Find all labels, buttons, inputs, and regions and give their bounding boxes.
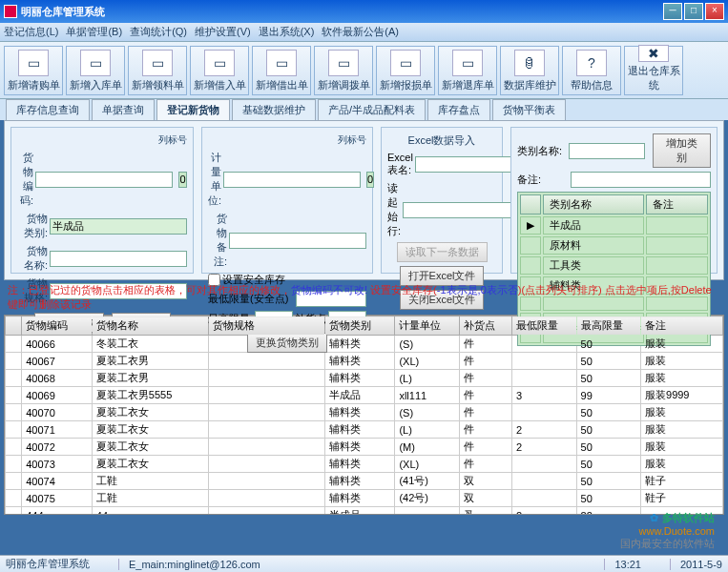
tab-3[interactable]: 基础数据维护 — [232, 99, 316, 120]
grid-th[interactable]: 货物类别 — [324, 317, 395, 336]
grid-th[interactable]: 补货点 — [459, 317, 511, 336]
grid-th[interactable]: 计量单位 — [395, 317, 459, 336]
watermark: ✿ 多特软件站 www.Duote.com 国内最安全的软件站 — [620, 510, 715, 551]
grid-th[interactable]: 货物名称 — [92, 317, 209, 336]
tab-6[interactable]: 货物平衡表 — [492, 99, 566, 120]
code-colnum: 0 — [178, 172, 187, 188]
toolbar-icon: ▭ — [204, 50, 235, 76]
toolbar-btn-1[interactable]: ▭新增入库单 — [66, 46, 125, 95]
toolbar-icon: ▭ — [80, 50, 111, 76]
menu-announce[interactable]: 软件最新公告(A) — [322, 25, 399, 39]
toolbar-btn-8[interactable]: 🛢数据库维护 — [500, 46, 559, 95]
toolbar-btn-5[interactable]: ▭新增调拨单 — [314, 46, 373, 95]
table-row[interactable]: 40075工鞋辅料类(42号)双50鞋子 — [6, 490, 723, 507]
status-app: 明丽仓库管理系统 — [6, 557, 90, 571]
toolbar-btn-2[interactable]: ▭新增领料单 — [128, 46, 187, 95]
toolbar-icon: ▭ — [142, 50, 173, 76]
status-email: E_main:minglinet@126.com — [118, 559, 575, 570]
col-label: 列标号 — [158, 133, 187, 147]
code-label: 货物编码: — [17, 151, 33, 208]
unit-input[interactable] — [223, 172, 361, 188]
tab-1[interactable]: 单据查询 — [92, 99, 155, 120]
category-group: 类别名称: 增加类别 备注: 类别名称备注 ▶半成品原材料工具类辅料类 — [510, 127, 718, 274]
table-row[interactable]: 40074工鞋辅料类(41号)双50鞋子 — [6, 473, 723, 490]
excel-title: Excel数据导入 — [387, 133, 496, 148]
menu-query[interactable]: 查询统计(Q) — [130, 25, 187, 39]
read-next-button[interactable]: 读取下一条数据 — [397, 242, 488, 262]
toolbar: ▭新增请购单▭新增入库单▭新增领料单▭新增借入单▭新增借出单▭新增调拨单▭新增报… — [0, 42, 728, 99]
tab-0[interactable]: 库存信息查询 — [6, 99, 90, 120]
tab-4[interactable]: 产品/半成品配料表 — [318, 99, 426, 120]
app-icon — [4, 5, 17, 18]
toolbar-btn-0[interactable]: ▭新增请购单 — [4, 46, 63, 95]
toolbar-icon: ▭ — [452, 50, 483, 76]
menu-bills[interactable]: 单据管理(B) — [66, 25, 122, 39]
limits-group: 列标号 计量单位: 0 货物备注: 设置安全库存 最低限量(安全点) 最高限量 … — [201, 127, 373, 274]
table-row[interactable]: 40071夏装工衣女辅料类(L)件250服装 — [6, 421, 723, 439]
cat-th-remark[interactable]: 备注 — [646, 194, 709, 214]
cat-row[interactable]: 原材料 — [520, 236, 708, 255]
category-label: 货物类别: — [17, 212, 48, 240]
remark-label: 货物备注: — [208, 212, 227, 269]
catremark-label: 备注: — [517, 173, 569, 187]
status-date: 2011-5-9 — [670, 559, 722, 570]
change-category-button[interactable]: 更换货物类别 — [247, 333, 327, 353]
cat-th-name[interactable]: 类别名称 — [543, 194, 644, 214]
name-label: 货物名称: — [17, 244, 48, 273]
catremark-input[interactable] — [571, 172, 711, 188]
name-input[interactable] — [50, 251, 187, 267]
table-row[interactable]: 44444半成品叉222 — [6, 507, 723, 516]
toolbar-btn-10[interactable]: ✖退出仓库系统 — [624, 46, 683, 95]
cat-row[interactable]: 工具类 — [520, 256, 708, 275]
grid-th[interactable]: 备注 — [641, 317, 723, 336]
toolbar-icon: ▭ — [328, 50, 359, 76]
unit-label: 计量单位: — [208, 151, 221, 208]
tab-2[interactable]: 登记新货物 — [156, 99, 230, 120]
menu-exit[interactable]: 退出系统(X) — [259, 25, 315, 39]
grid-th[interactable]: 货物编码 — [22, 317, 93, 336]
grid-th[interactable]: 最高限量 — [576, 317, 640, 336]
toolbar-btn-9[interactable]: ?帮助信息 — [562, 46, 621, 95]
toolbar-icon: ▭ — [390, 50, 421, 76]
menubar: 登记信息(L) 单据管理(B) 查询统计(Q) 维护设置(V) 退出系统(X) … — [0, 23, 728, 42]
tab-5[interactable]: 库存盘点 — [427, 99, 490, 120]
add-category-button[interactable]: 增加类别 — [653, 133, 711, 168]
maximize-button[interactable]: □ — [684, 3, 703, 20]
window-titlebar: 明丽仓库管理系统 ─ □ × — [0, 0, 728, 23]
toolbar-icon: 🛢 — [514, 50, 545, 76]
table-row[interactable]: 40070夏装工衣女辅料类(S)件50服装 — [6, 404, 723, 421]
sheet-label: Excel表名: — [387, 152, 413, 177]
minimize-button[interactable]: ─ — [663, 3, 682, 20]
toolbar-icon: ✖ — [638, 45, 669, 62]
toolbar-icon: ▭ — [266, 50, 297, 76]
table-row[interactable]: 40068夏装工衣男辅料类(L)件50服装 — [6, 370, 723, 387]
status-time: 13:21 — [604, 559, 641, 570]
toolbar-btn-4[interactable]: ▭新增借出单 — [252, 46, 311, 95]
goods-group: 列标号 货物编码: 0 货物类别: 货物名称: 货物规格: 增加新货物 删除货物 — [10, 127, 194, 274]
grid-th[interactable]: 最低限量 — [512, 317, 576, 336]
table-row[interactable]: 40069夏装工衣男5555半成品xll111件399服装9999 — [6, 387, 723, 404]
close-button[interactable]: × — [705, 3, 724, 20]
startrow-label: 读起始行: — [387, 181, 401, 238]
table-row[interactable]: 40067夏装工衣男辅料类(XL)件50服装 — [6, 353, 723, 370]
catname-input[interactable] — [569, 143, 645, 159]
catname-label: 类别名称: — [517, 144, 567, 158]
code-input[interactable] — [35, 172, 173, 188]
cat-row[interactable]: ▶半成品 — [520, 216, 708, 235]
table-row[interactable]: 40072夏装工衣女辅料类(M)件250服装 — [6, 439, 723, 456]
toolbar-btn-3[interactable]: ▭新增借入单 — [190, 46, 249, 95]
toolbar-icon: ▭ — [18, 50, 49, 76]
toolbar-icon: ? — [576, 50, 607, 76]
grid-th[interactable]: 货物规格 — [209, 317, 324, 336]
toolbar-btn-6[interactable]: ▭新增报损单 — [376, 46, 435, 95]
col-label-2: 列标号 — [338, 133, 366, 147]
toolbar-btn-7[interactable]: ▭新增退库单 — [438, 46, 497, 95]
excel-group: Excel数据导入 Excel表名: 读起始行: 读取下一条数据 打开Excel… — [381, 127, 503, 274]
remark-input[interactable] — [229, 233, 366, 249]
menu-register[interactable]: 登记信息(L) — [4, 25, 58, 39]
form-panel: 列标号 货物编码: 0 货物类别: 货物名称: 货物规格: 增加新货物 删除货物… — [4, 120, 724, 280]
window-title: 明丽仓库管理系统 — [21, 5, 661, 19]
menu-settings[interactable]: 维护设置(V) — [195, 25, 251, 39]
category-combo[interactable] — [50, 218, 187, 235]
table-row[interactable]: 40073夏装工衣女辅料类(XL)件50服装 — [6, 456, 723, 473]
